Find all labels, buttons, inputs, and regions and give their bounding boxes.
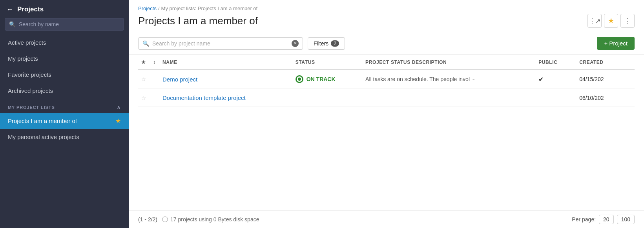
- col-header-name: NAME: [159, 55, 292, 69]
- col-header-star: ★: [138, 55, 150, 69]
- back-button[interactable]: ←: [6, 6, 13, 13]
- footer: (1 - 2/2) ⓘ 17 projects using 0 Bytes di…: [129, 210, 644, 228]
- breadcrumb-current: My project lists: Projects I am a member…: [161, 5, 258, 11]
- filters-count-badge: 2: [331, 40, 339, 47]
- share-button[interactable]: ⋮↗: [587, 14, 602, 28]
- row1-created-cell: 04/15/202: [576, 69, 635, 89]
- row1-status-cell: ON TRACK: [292, 69, 362, 89]
- per-page-label: Per page:: [572, 216, 596, 223]
- row1-desc-more-icon[interactable]: ···: [471, 76, 476, 82]
- page-title-row: Projects I am a member of ⋮↗ ★ ⋮: [138, 14, 635, 28]
- sidebar-search-input[interactable]: [19, 21, 120, 27]
- header-actions: ⋮↗ ★ ⋮: [587, 14, 635, 28]
- table-row: ☆ Demo project ON TRACK All tasks are on…: [138, 69, 635, 89]
- footer-left: (1 - 2/2) ⓘ 17 projects using 0 Bytes di…: [138, 216, 259, 223]
- row1-public-checkmark-icon: ✔: [538, 76, 544, 83]
- table-row: ☆ Documentation template project 06/10/2…: [138, 89, 635, 107]
- toolbar: 🔍 ✕ Filters 2 + Project: [129, 32, 644, 55]
- sidebar-item-archived-projects[interactable]: Archived projects: [0, 83, 129, 99]
- section-chevron-icon[interactable]: ∧: [117, 104, 121, 110]
- col-header-description: PROJECT STATUS DESCRIPTION: [362, 55, 535, 69]
- row1-pin-cell: [150, 69, 159, 89]
- col-header-pin: ↕: [150, 55, 159, 69]
- main-header: Projects / My project lists: Projects I …: [129, 0, 644, 32]
- row1-status-circle-icon: [296, 75, 303, 83]
- row1-desc-text: All tasks are on schedule. The people in…: [365, 76, 470, 82]
- breadcrumb-projects-link[interactable]: Projects: [138, 5, 157, 11]
- sidebar-search-box[interactable]: 🔍: [5, 18, 124, 31]
- row1-name-cell: Demo project: [159, 69, 292, 89]
- row1-star-cell: ☆: [138, 69, 150, 89]
- favorite-star-icon: ★: [115, 117, 121, 125]
- sidebar-header: ← Projects: [0, 0, 129, 18]
- info-icon: ⓘ: [162, 216, 168, 223]
- row1-status-label: ON TRACK: [306, 76, 336, 82]
- row2-public-cell: [535, 89, 576, 107]
- sidebar: ← Projects 🔍 Active projects My projects…: [0, 0, 129, 228]
- sidebar-item-favorite-projects[interactable]: Favorite projects: [0, 67, 129, 83]
- project-search-input[interactable]: [152, 40, 288, 47]
- add-project-button[interactable]: + Project: [597, 37, 635, 50]
- my-project-lists-label: MY PROJECT LISTS ∧: [0, 99, 129, 113]
- breadcrumb: Projects / My project lists: Projects I …: [138, 5, 635, 11]
- disk-info: ⓘ 17 projects using 0 Bytes disk space: [162, 216, 259, 223]
- per-page-100-button[interactable]: 100: [617, 215, 635, 224]
- row2-star-cell: ☆: [138, 89, 150, 107]
- main-content: Projects / My project lists: Projects I …: [129, 0, 644, 228]
- row2-desc-cell: [362, 89, 535, 107]
- row2-status-cell: [292, 89, 362, 107]
- row2-pin-cell: [150, 89, 159, 107]
- project-search-box[interactable]: 🔍 ✕: [138, 37, 303, 50]
- row2-project-link[interactable]: Documentation template project: [162, 94, 246, 101]
- row1-desc-cell: All tasks are on schedule. The people in…: [362, 69, 535, 89]
- row2-created-cell: 06/10/202: [576, 89, 635, 107]
- filters-button[interactable]: Filters 2: [308, 37, 345, 50]
- row1-star-icon[interactable]: ☆: [141, 76, 146, 82]
- row1-project-link[interactable]: Demo project: [162, 76, 197, 83]
- col-header-created: CREATED: [576, 55, 635, 69]
- per-page-20-button[interactable]: 20: [599, 215, 614, 224]
- sidebar-item-my-projects[interactable]: My projects: [0, 51, 129, 67]
- sidebar-item-projects-member-of[interactable]: Projects I am a member of ★: [0, 113, 129, 129]
- search-icon: 🔍: [9, 21, 16, 27]
- footer-right: Per page: 20 100: [572, 215, 635, 224]
- breadcrumb-separator: /: [158, 5, 160, 11]
- sidebar-active-item-label: Projects I am a member of: [8, 118, 77, 124]
- col-header-public: PUBLIC: [535, 55, 576, 69]
- sidebar-title: Projects: [17, 5, 44, 13]
- projects-table-area: ★ ↕ NAME STATUS PROJECT STATUS DESCRIPTI…: [129, 55, 644, 210]
- table-header-row: ★ ↕ NAME STATUS PROJECT STATUS DESCRIPTI…: [138, 55, 635, 69]
- row2-name-cell: Documentation template project: [159, 89, 292, 107]
- row1-status-on-track: ON TRACK: [296, 75, 359, 83]
- row2-star-icon[interactable]: ☆: [141, 95, 146, 101]
- more-options-button[interactable]: ⋮: [620, 14, 635, 28]
- projects-table: ★ ↕ NAME STATUS PROJECT STATUS DESCRIPTI…: [138, 55, 635, 107]
- col-header-status: STATUS: [292, 55, 362, 69]
- filters-label: Filters: [314, 40, 328, 47]
- search-clear-button[interactable]: ✕: [292, 40, 299, 47]
- sidebar-item-my-personal-active[interactable]: My personal active projects: [0, 129, 129, 145]
- search-project-icon: 🔍: [142, 40, 149, 47]
- sidebar-item-active-projects[interactable]: Active projects: [0, 34, 129, 51]
- pagination-label: (1 - 2/2): [138, 216, 157, 223]
- row1-public-cell: ✔: [535, 69, 576, 89]
- page-title: Projects I am a member of: [138, 15, 258, 27]
- disk-info-text: 17 projects using 0 Bytes disk space: [170, 216, 259, 223]
- star-button[interactable]: ★: [604, 14, 618, 28]
